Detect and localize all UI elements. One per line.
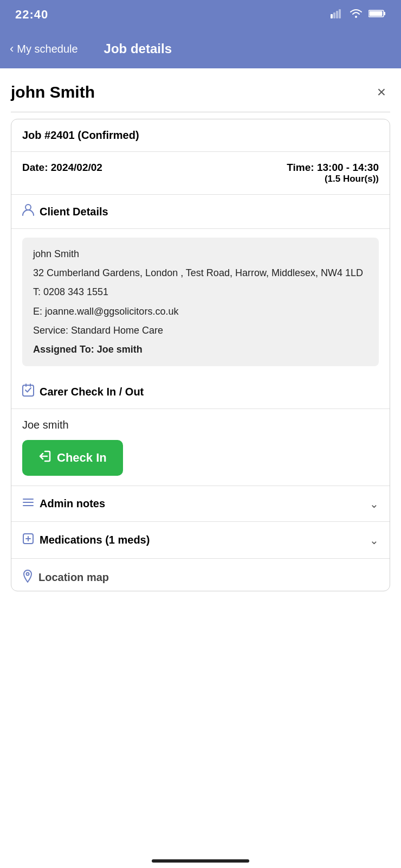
back-button[interactable]: ‹ My schedule [10,42,78,56]
svg-point-8 [25,205,31,210]
client-email: E: joanne.wall@ggsolicitors.co.uk [33,305,368,318]
check-in-arrow-icon [38,450,51,466]
carer-section: Joe smith Check In [11,409,390,486]
client-name: john Smith [33,247,368,261]
medications-icon [22,533,34,547]
location-map-label: Location map [38,571,109,584]
job-card: Job #2401 (Confirmed) Date: 2024/02/02 T… [11,119,390,591]
carer-name: Joe smith [22,419,379,431]
svg-point-16 [27,573,29,576]
checkin-icon [22,384,34,400]
svg-point-4 [355,16,357,18]
person-icon [22,203,34,220]
medications-row[interactable]: Medications (1 meds) ⌄ [11,522,390,559]
svg-rect-0 [331,14,333,18]
svg-rect-3 [339,9,341,18]
client-details-header: Client Details [11,195,390,229]
check-in-label: Check In [57,451,107,465]
home-indicator [152,859,249,863]
page-title: Job details [104,41,172,56]
carer-checkin-label: Carer Check In / Out [40,386,144,398]
medications-label: Medications (1 meds) [40,534,150,546]
client-phone: T: 0208 343 1551 [33,285,368,299]
date-time-row: Date: 2024/02/02 Time: 13:00 - 14:30 (1.… [11,152,390,195]
admin-notes-label: Admin notes [40,497,105,510]
location-map-row[interactable]: Location map [11,559,390,591]
signal-icon [331,9,344,21]
time-block: Time: 13:00 - 14:30 (1.5 Hour(s)) [287,162,379,184]
status-time: 22:40 [15,8,48,22]
job-time: Time: 13:00 - 14:30 [287,162,379,174]
medications-chevron-icon: ⌄ [370,534,379,547]
check-in-button[interactable]: Check In [22,440,123,476]
svg-rect-1 [333,12,335,18]
job-duration: (1.5 Hour(s)) [287,174,379,184]
carer-checkin-header: Carer Check In / Out [11,375,390,409]
admin-notes-row[interactable]: Admin notes ⌄ [11,486,390,522]
status-icons [331,9,386,21]
client-assigned: Assigned To: Joe smith [33,343,368,356]
client-address: 32 Cumberland Gardens, London , Test Roa… [33,266,368,280]
battery-icon [368,9,386,21]
svg-rect-2 [336,11,338,18]
back-label: My schedule [17,43,77,55]
client-details-label: Client Details [40,206,108,218]
client-service: Service: Standard Home Care [33,324,368,337]
location-icon [22,570,33,585]
job-title: Job #2401 (Confirmed) [22,129,139,141]
admin-notes-icon [22,497,34,510]
header-divider [11,112,390,112]
client-details-box: john Smith 32 Cumberland Gardens, London… [22,238,379,366]
wifi-icon [349,9,363,21]
client-name-heading: john Smith [11,83,95,101]
back-arrow-icon: ‹ [10,42,14,56]
header-row: john Smith × [11,81,390,103]
status-bar: 22:40 [0,0,401,29]
close-button[interactable]: × [373,81,390,103]
svg-rect-7 [384,12,385,15]
svg-rect-6 [370,11,383,16]
job-date: Date: 2024/02/02 [22,162,102,174]
main-content: john Smith × Job #2401 (Confirmed) Date:… [0,68,401,591]
nav-bar: ‹ My schedule Job details [0,29,401,68]
admin-notes-chevron-icon: ⌄ [370,497,379,510]
job-title-row: Job #2401 (Confirmed) [11,119,390,152]
